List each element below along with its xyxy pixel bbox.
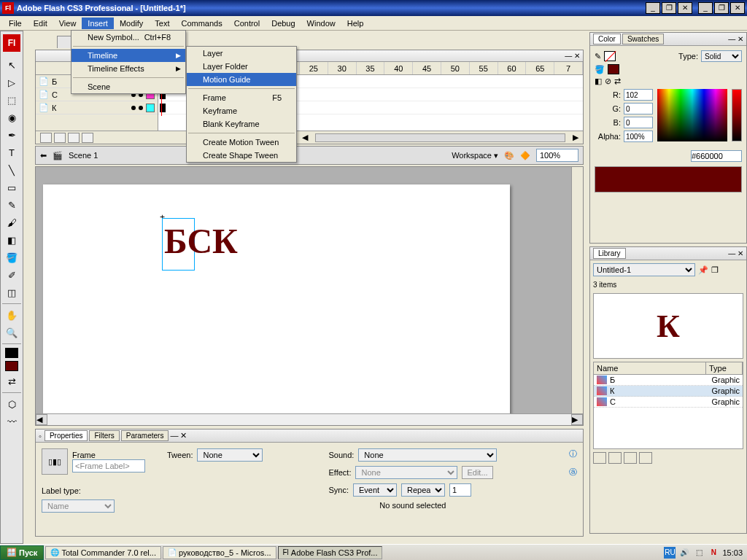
submenu-create-shape-tween[interactable]: Create Shape Tween <box>187 149 296 162</box>
brush-tool[interactable]: 🖌 <box>3 214 20 230</box>
menu-edit[interactable]: Edit <box>28 18 53 29</box>
menu-window[interactable]: Window <box>301 18 341 29</box>
new-folder-button[interactable] <box>608 452 622 464</box>
stroke-color[interactable] <box>5 348 18 358</box>
line-tool[interactable]: ╲ <box>3 162 20 178</box>
library-tab[interactable]: Library <box>593 248 626 259</box>
hand-tool[interactable]: ✋ <box>3 307 20 323</box>
submenu-frame[interactable]: FrameF5 <box>187 91 296 104</box>
delete-button[interactable] <box>639 452 652 464</box>
pencil-tool[interactable]: ✎ <box>3 197 20 213</box>
doc-close-button[interactable]: ✕ <box>730 2 745 14</box>
swap-colors[interactable]: ⇄ <box>3 373 20 389</box>
repeat-select[interactable]: Repeat <box>401 483 445 497</box>
zoom-tool[interactable]: 🔍 <box>3 324 20 341</box>
color-panel-close[interactable]: — ✕ <box>728 35 743 43</box>
subselection-tool[interactable]: ▷ <box>3 74 20 90</box>
doc-restore-button[interactable]: ❐ <box>714 2 729 14</box>
taskbar-item[interactable]: Fl Adobe Flash CS3 Prof... <box>278 546 383 559</box>
properties-tab[interactable]: Properties <box>44 430 88 441</box>
restore-button[interactable]: ❐ <box>662 2 676 14</box>
start-button[interactable]: 🪟 Пуск <box>0 545 44 560</box>
edit-symbol-icon[interactable]: 🔶 <box>520 151 530 160</box>
edit-scene-icon[interactable]: 🎨 <box>504 151 514 160</box>
sound-select[interactable]: None <box>358 448 497 462</box>
menu-insert[interactable]: Insert <box>82 18 114 29</box>
new-lib-icon[interactable]: ❐ <box>711 265 719 275</box>
minimize-button[interactable]: _ <box>646 2 660 14</box>
text-tool[interactable]: T <box>3 144 20 160</box>
canvas-text[interactable]: БСК <box>164 221 238 261</box>
library-list[interactable]: NameType БGraphic КGraphic СGraphic <box>593 362 743 449</box>
scene-name[interactable]: Scene 1 <box>69 151 98 160</box>
submenu-create-motion-tween[interactable]: Create Motion Tween <box>187 136 296 149</box>
canvas-scrollbar-v[interactable] <box>571 167 583 413</box>
bw-icon[interactable]: ◧ <box>595 77 602 86</box>
submenu-layer-folder[interactable]: Layer Folder <box>187 60 296 73</box>
submenu-keyframe[interactable]: Keyframe <box>187 104 296 117</box>
ink-bottle-tool[interactable]: ◧ <box>3 232 20 248</box>
close-button[interactable]: ✕ <box>678 2 692 14</box>
snap-option[interactable]: ⬡ <box>3 396 20 412</box>
pencil-stroke-icon[interactable]: ✎ <box>595 52 601 61</box>
tween-select[interactable]: None <box>197 448 263 462</box>
menu-commands[interactable]: Commands <box>175 18 228 29</box>
alpha-input[interactable] <box>624 131 653 142</box>
doc-minimize-button[interactable]: _ <box>698 2 713 14</box>
fill-color[interactable] <box>5 361 18 371</box>
properties-close[interactable]: — ✕ <box>170 431 187 440</box>
selection-tool[interactable]: ↖ <box>3 57 20 73</box>
new-folder-button[interactable] <box>68 133 80 143</box>
free-transform-tool[interactable]: ⬚ <box>3 92 20 108</box>
green-input[interactable] <box>624 103 653 114</box>
menu-view[interactable]: View <box>53 18 82 29</box>
pin-icon[interactable]: 📌 <box>698 265 708 275</box>
value-slider[interactable] <box>732 89 742 141</box>
menu-timeline[interactable]: Timeline▶ <box>71 49 185 62</box>
lasso-tool[interactable]: ◉ <box>3 109 20 125</box>
menu-text[interactable]: Text <box>149 18 175 29</box>
layer-row[interactable]: 📄 К <box>36 101 158 114</box>
tray-icon[interactable]: ⬚ <box>693 547 705 559</box>
sync-select[interactable]: Event <box>353 483 397 497</box>
repeat-count[interactable] <box>449 483 471 497</box>
submenu-motion-guide[interactable]: Motion Guide <box>187 73 296 86</box>
taskbar-item[interactable]: 🌐 Total Commander 7.0 rel... <box>45 546 161 559</box>
menu-debug[interactable]: Debug <box>266 18 301 29</box>
frame-label-input[interactable] <box>72 459 145 472</box>
list-item[interactable]: БGraphic <box>594 375 743 386</box>
menu-modify[interactable]: Modify <box>114 18 149 29</box>
help-icon[interactable]: ⓘ <box>569 448 577 459</box>
menu-timeline-effects[interactable]: Timeline Effects▶ <box>71 62 185 75</box>
timeline-options-icon[interactable]: — ✕ <box>565 52 580 60</box>
eraser-tool[interactable]: ◫ <box>3 284 20 300</box>
effect-select[interactable]: None <box>355 466 457 479</box>
paint-bucket-tool[interactable]: 🪣 <box>3 249 20 265</box>
red-input[interactable] <box>624 89 653 101</box>
submenu-layer[interactable]: Layer <box>187 47 296 60</box>
zoom-field[interactable] <box>536 149 578 162</box>
new-guide-button[interactable] <box>54 133 66 143</box>
submenu-blank-keyframe[interactable]: Blank Keyframe <box>187 117 296 131</box>
delete-layer-button[interactable] <box>82 133 93 143</box>
label-type-select[interactable]: Name <box>42 499 115 513</box>
parameters-tab[interactable]: Parameters <box>121 430 169 441</box>
color-picker[interactable] <box>657 89 727 141</box>
library-panel-close[interactable]: — ✕ <box>728 249 743 257</box>
tray-icon[interactable]: 🔊 <box>678 547 690 559</box>
hex-input[interactable] <box>691 150 742 162</box>
info-icon[interactable]: ⓐ <box>569 467 577 478</box>
lang-indicator[interactable]: RU <box>664 547 676 559</box>
taskbar-item[interactable]: 📄 руководство_5 - Micros... <box>163 546 276 559</box>
canvas-area[interactable]: + БСК ◀▶ <box>35 166 584 426</box>
menu-new-symbol[interactable]: New Symbol...Ctrl+F8 <box>71 31 185 44</box>
tray-icon[interactable]: N <box>708 547 719 559</box>
swatches-tab[interactable]: Swatches <box>622 34 664 44</box>
color-tab[interactable]: Color <box>593 34 621 44</box>
new-layer-button[interactable] <box>40 133 52 143</box>
workspace-menu[interactable]: Workspace ▾ <box>452 151 498 160</box>
smooth-option[interactable]: 〰 <box>3 413 20 429</box>
library-doc-select[interactable]: Untitled-1 <box>593 263 695 276</box>
canvas-scrollbar-h[interactable]: ◀▶ <box>36 413 583 425</box>
eyedropper-tool[interactable]: ✐ <box>3 267 20 283</box>
